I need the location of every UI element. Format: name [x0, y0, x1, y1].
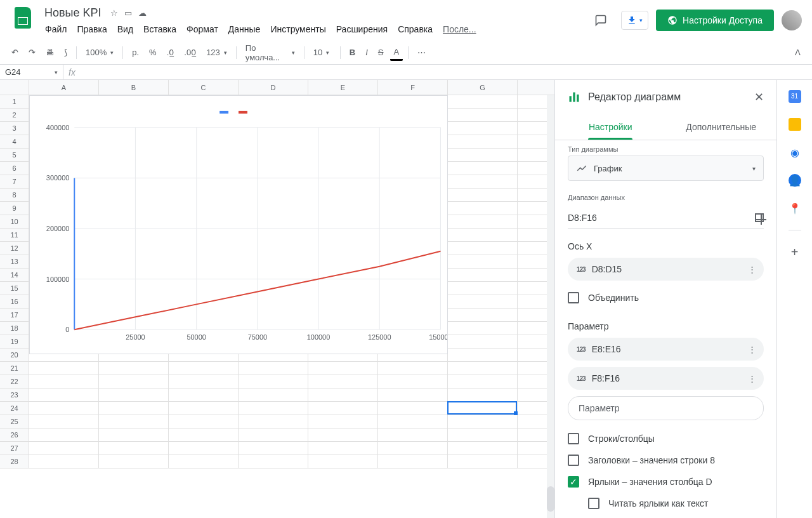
cell[interactable] — [448, 122, 518, 135]
combine-checkbox[interactable] — [568, 292, 579, 303]
cell[interactable] — [308, 415, 378, 428]
tab-customize[interactable]: Дополнительные — [666, 114, 777, 140]
cell[interactable] — [239, 455, 308, 468]
row-header[interactable]: 6 — [0, 162, 29, 175]
percent-button[interactable]: % — [145, 45, 160, 60]
cell[interactable] — [448, 242, 518, 255]
menu-Расширения[interactable]: Расширения — [332, 22, 392, 37]
cell[interactable] — [448, 402, 518, 415]
close-icon[interactable]: ✕ — [754, 90, 764, 104]
cell[interactable] — [29, 428, 99, 441]
tasks-icon[interactable]: ◉ — [789, 146, 801, 159]
cell[interactable] — [239, 402, 308, 415]
cell[interactable] — [29, 362, 99, 375]
cell[interactable] — [239, 442, 308, 455]
undo-button[interactable]: ↶ — [8, 45, 22, 60]
currency-button[interactable]: р. — [128, 45, 143, 60]
maps-icon[interactable]: 📍 — [789, 202, 801, 215]
cell[interactable] — [448, 175, 518, 188]
menu-Вставка[interactable]: Вставка — [139, 22, 181, 37]
cell[interactable] — [308, 362, 378, 375]
cell[interactable] — [29, 455, 99, 468]
cell[interactable] — [378, 388, 448, 401]
cell[interactable] — [29, 388, 99, 401]
cell[interactable] — [448, 135, 518, 148]
calendar-icon[interactable]: 31 — [789, 90, 801, 103]
menu-Инструменты[interactable]: Инструменты — [266, 22, 330, 37]
italic-button[interactable]: I — [362, 45, 372, 60]
redo-button[interactable]: ↷ — [25, 45, 39, 60]
cell[interactable] — [448, 149, 518, 161]
row-header[interactable]: 12 — [0, 242, 29, 255]
strike-button[interactable]: S — [374, 45, 388, 60]
col-header[interactable]: D — [239, 80, 308, 95]
cell[interactable] — [448, 282, 518, 295]
cell[interactable] — [99, 442, 169, 455]
row-header[interactable]: 20 — [0, 349, 29, 361]
keep-icon[interactable] — [789, 118, 801, 131]
avatar[interactable] — [782, 10, 802, 30]
more-button[interactable]: ⋯ — [414, 45, 429, 60]
menu-Файл[interactable]: Файл — [41, 22, 71, 37]
cell[interactable] — [239, 388, 308, 401]
cell[interactable] — [448, 162, 518, 175]
cell[interactable] — [448, 109, 518, 121]
cell[interactable] — [448, 375, 518, 388]
cell[interactable] — [448, 95, 518, 108]
data-range-input[interactable]: D8:F16 — [568, 213, 750, 223]
embedded-chart[interactable]: 0100000200000300000400000250005000075000… — [29, 95, 448, 354]
row-header[interactable]: 15 — [0, 282, 29, 295]
cell[interactable] — [378, 455, 448, 468]
cell[interactable] — [448, 269, 518, 281]
row-header[interactable]: 7 — [0, 175, 29, 188]
cell[interactable] — [448, 309, 518, 321]
collapse-icon[interactable]: ᐱ — [791, 45, 804, 60]
cell[interactable] — [99, 455, 169, 468]
sheets-logo[interactable] — [10, 5, 36, 30]
cell[interactable] — [29, 442, 99, 455]
chip-menu-icon[interactable]: ⋮ — [748, 374, 756, 383]
vertical-scrollbar[interactable] — [547, 95, 554, 518]
fontsize-select[interactable]: 10 — [310, 45, 335, 60]
cell[interactable] — [378, 375, 448, 388]
readtext-checkbox[interactable] — [588, 498, 599, 509]
series-chip[interactable]: 123E8:E16⋮ — [568, 338, 764, 361]
cell[interactable] — [448, 388, 518, 401]
share-button[interactable]: Настройки Доступа — [656, 10, 774, 31]
labels-checkbox[interactable]: ✓ — [568, 476, 579, 488]
cell[interactable] — [169, 415, 239, 428]
cell[interactable] — [169, 375, 239, 388]
menu-Правка[interactable]: Правка — [72, 22, 111, 37]
present-button[interactable]: ▾ — [621, 11, 648, 30]
comments-icon[interactable] — [588, 8, 613, 33]
cell[interactable] — [169, 402, 239, 415]
headers-checkbox[interactable] — [568, 455, 579, 466]
decimal-inc-button[interactable]: .00̲ — [180, 45, 200, 60]
zoom-select[interactable]: 100% — [82, 45, 117, 60]
chart-type-select[interactable]: График — [568, 156, 764, 181]
menu-Справка[interactable]: Справка — [393, 22, 437, 37]
cell[interactable] — [99, 402, 169, 415]
cell[interactable] — [448, 415, 518, 428]
row-header[interactable]: 18 — [0, 322, 29, 335]
bold-button[interactable]: B — [346, 45, 359, 60]
cell[interactable] — [448, 335, 518, 348]
cell[interactable] — [448, 229, 518, 241]
cell[interactable] — [239, 415, 308, 428]
cell[interactable] — [448, 442, 518, 455]
cell[interactable] — [448, 215, 518, 228]
col-header[interactable]: B — [99, 80, 169, 95]
document-title[interactable]: Новые KPI — [41, 5, 105, 21]
row-header[interactable]: 3 — [0, 122, 29, 135]
font-select[interactable]: По умолча... — [242, 41, 299, 65]
cell-reference[interactable]: G24▾ — [0, 65, 63, 79]
cell[interactable] — [239, 375, 308, 388]
row-header[interactable]: 21 — [0, 362, 29, 375]
row-header[interactable]: 16 — [0, 295, 29, 308]
cell[interactable] — [448, 255, 518, 268]
col-header[interactable]: A — [29, 80, 99, 95]
cell[interactable] — [99, 388, 169, 401]
row-header[interactable]: 26 — [0, 428, 29, 441]
col-header[interactable]: G — [448, 80, 518, 95]
star-icon[interactable]: ☆ — [110, 8, 118, 18]
